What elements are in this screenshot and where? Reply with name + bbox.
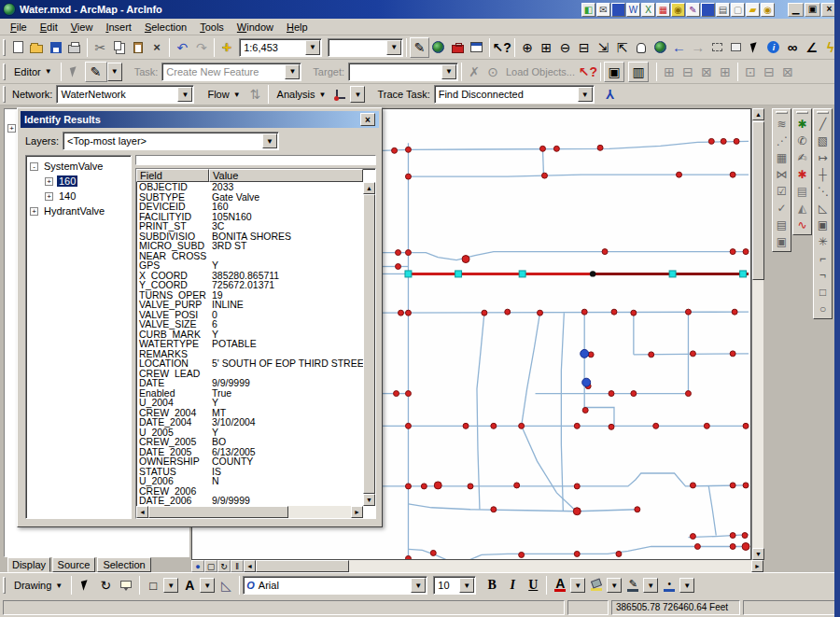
idvscroll-thumb[interactable]: [363, 194, 375, 494]
edit-tool-button[interactable]: [64, 62, 85, 82]
flag-tool-button[interactable]: ☑: [774, 183, 790, 200]
attribute-row[interactable]: OBJECTID2033: [136, 182, 363, 192]
whats-this-button[interactable]: ↖?: [493, 37, 511, 58]
find-button[interactable]: ∞: [783, 37, 802, 58]
word-icon[interactable]: W: [626, 3, 640, 17]
phone-button[interactable]: ✆: [794, 133, 810, 149]
identify-vscroll[interactable]: ▲ ▼: [363, 182, 375, 506]
flow-menu-button[interactable]: Flow▼: [202, 87, 245, 102]
toolbar-grip[interactable]: [3, 577, 6, 594]
analysis-menu-button[interactable]: Analysis▼: [272, 87, 332, 102]
flag-tool-dropdown[interactable]: ▼: [350, 86, 365, 103]
font-size-dropdown-icon[interactable]: ▼: [459, 578, 474, 593]
schedule-icon[interactable]: ▦: [656, 3, 670, 17]
printer-icon[interactable]: ▤: [716, 3, 730, 17]
collapse-icon[interactable]: -: [30, 162, 38, 171]
undo-button[interactable]: ↶: [173, 37, 191, 58]
elbow-up-button[interactable]: ⌐: [815, 250, 831, 267]
text-tool-dropdown[interactable]: ▼: [200, 578, 215, 593]
target-combo[interactable]: ▼: [348, 63, 458, 81]
attribute-row[interactable]: Y_COORD725672.01371: [136, 280, 363, 290]
arctoolbox-button[interactable]: [448, 37, 467, 58]
attribute-row[interactable]: SUBDIVISIOBONITA SHORES: [136, 231, 363, 242]
add-data-button[interactable]: +: [217, 37, 236, 58]
attribute-row[interactable]: PRINT_ST3C: [136, 221, 363, 231]
minimize-button[interactable]: ▁: [788, 3, 804, 17]
clock-icon[interactable]: ◉: [671, 3, 685, 17]
attribute-row[interactable]: STATUSIS: [136, 467, 363, 477]
topology-tool-2-button[interactable]: ⊟: [760, 63, 778, 81]
font-size-value[interactable]: 10: [434, 580, 459, 591]
solve-button[interactable]: Y: [600, 84, 621, 105]
marker-color-dropdown[interactable]: ▼: [679, 578, 694, 593]
go-forward-button[interactable]: →: [689, 37, 707, 58]
tree-item-140[interactable]: +140: [28, 189, 131, 203]
notes-icon[interactable]: ▢: [731, 3, 745, 17]
expand-icon[interactable]: +: [30, 207, 38, 216]
xy-combo[interactable]: ▼: [328, 38, 403, 57]
vscroll-thumb[interactable]: [752, 121, 764, 280]
pause-drawing-button[interactable]: ‖: [231, 560, 244, 572]
attribute-row[interactable]: DATE9/9/9999: [136, 378, 363, 388]
flow-display-button[interactable]: ⇅: [246, 85, 265, 104]
tree-item-label[interactable]: 140: [57, 190, 77, 202]
task-dropdown-icon[interactable]: ▼: [285, 64, 300, 79]
attribute-row[interactable]: CREW_LEAD: [136, 369, 363, 379]
attribute-row[interactable]: NEAR_CROSS: [136, 251, 363, 261]
open-button[interactable]: [27, 37, 46, 58]
menu-edit[interactable]: Edit: [34, 20, 64, 35]
tab-display[interactable]: Display: [7, 557, 50, 572]
validate-selection-button[interactable]: ↖?: [579, 63, 597, 81]
identify-button[interactable]: i: [764, 37, 783, 58]
rotate-tool-button[interactable]: ⊙: [483, 63, 502, 81]
attribute-row[interactable]: X_COORD385280.865711: [136, 271, 363, 281]
tree-item-160[interactable]: +160: [28, 174, 131, 189]
trace-task-dropdown-icon[interactable]: ▼: [578, 87, 593, 102]
sketch-properties-button[interactable]: ▥: [628, 62, 649, 82]
new-map-button[interactable]: [8, 37, 27, 58]
pan-button[interactable]: [632, 37, 651, 58]
attribute-row[interactable]: EnabledTrue: [136, 388, 363, 399]
check-tool-button[interactable]: ▤: [774, 217, 790, 233]
layers-combo-value[interactable]: <Top-most layer>: [63, 135, 262, 147]
connection-tool-4-button[interactable]: ⊞: [716, 63, 735, 81]
tree-item-label[interactable]: 160: [57, 175, 77, 187]
toc-expander-icon[interactable]: +: [7, 124, 16, 133]
connection-tool-1-button[interactable]: ⊞: [660, 63, 679, 81]
zoom-to-selected-button[interactable]: [116, 575, 136, 596]
network-value[interactable]: WaterNetwork: [57, 89, 177, 100]
scroll-right-icon[interactable]: ►: [751, 560, 763, 572]
hand-write-button[interactable]: ✍: [794, 149, 810, 166]
divider-icon[interactable]: ▮: [611, 3, 625, 17]
office-logo-icon[interactable]: ◧: [581, 3, 595, 17]
edit-vertices-button[interactable]: ◺: [216, 575, 236, 596]
scroll-up-icon[interactable]: ▲: [363, 182, 375, 194]
save-button[interactable]: [47, 37, 65, 58]
trace-task-combo[interactable]: Find Disconnected ▼: [434, 85, 595, 104]
tasks-clock-icon[interactable]: ◉: [761, 3, 775, 17]
attribute-row[interactable]: DEVICEID160: [136, 202, 363, 212]
fixed-zoom-in-button[interactable]: ⊞: [537, 37, 555, 58]
tree-item-systemvalve[interactable]: -SystemValve: [28, 159, 131, 174]
xy-dropdown-icon[interactable]: ▼: [386, 40, 401, 55]
refresh-view-button[interactable]: ↻: [217, 560, 231, 572]
marker-color-button[interactable]: •: [659, 575, 679, 596]
identify-tree[interactable]: -SystemValve+160+140+HydrantValve: [25, 155, 132, 519]
print-button[interactable]: [65, 37, 84, 58]
map-vertical-scrollbar[interactable]: ▲ ▼: [751, 108, 763, 560]
expand-icon[interactable]: +: [45, 177, 53, 186]
folder-icon[interactable]: ▰: [746, 3, 760, 17]
redo-button[interactable]: ↷: [192, 37, 211, 58]
attribute-row[interactable]: U_2006N: [136, 476, 363, 486]
attribute-row[interactable]: U_2004Y: [136, 398, 363, 408]
attribute-row[interactable]: U_2005Y: [136, 428, 363, 438]
network-combo[interactable]: WaterNetwork ▼: [56, 85, 194, 104]
menu-insert[interactable]: Insert: [99, 20, 138, 35]
terrain-button[interactable]: ◭: [794, 200, 810, 217]
scroll-left-icon[interactable]: ◄: [244, 560, 256, 572]
toolbar-grip[interactable]: [776, 111, 788, 114]
font-value[interactable]: Arial: [255, 580, 411, 591]
line-color-button[interactable]: ✎: [623, 575, 643, 596]
line-color-dropdown[interactable]: ▼: [643, 578, 658, 593]
select-elements-button[interactable]: [745, 37, 763, 58]
